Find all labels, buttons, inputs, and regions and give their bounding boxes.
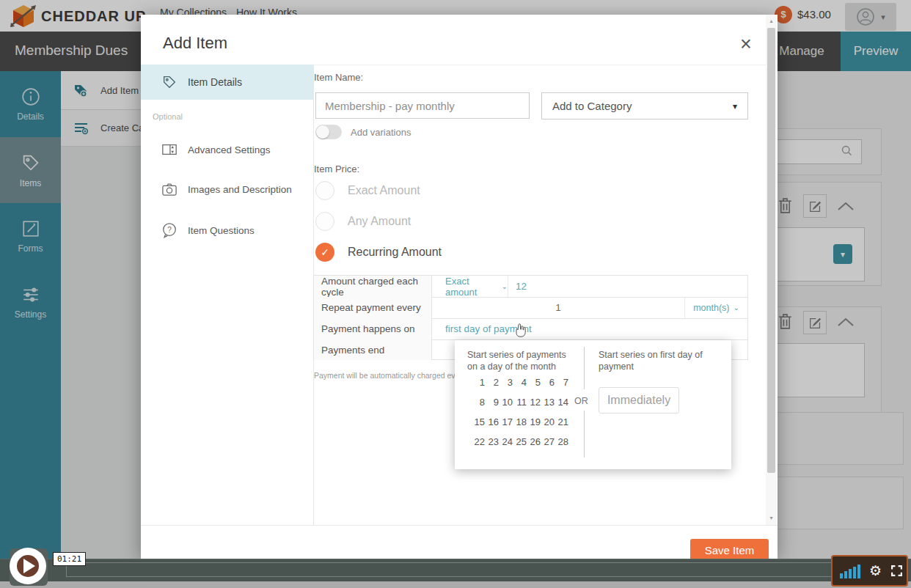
svg-text:?: ? (167, 226, 172, 234)
price-option-exact-amount[interactable]: Exact Amount (315, 180, 535, 201)
item-name-label: Item Name: (314, 72, 363, 83)
tab-advanced-settings[interactable]: Advanced Settings (141, 139, 313, 160)
price-option-label: Any Amount (348, 215, 411, 228)
table-row-repeat: Repeat payment every 1 month(s) ⌄ (314, 297, 747, 319)
question-bubble-icon: ? (161, 222, 178, 238)
immediately-button[interactable]: Immediately (599, 387, 679, 414)
day-14[interactable]: 14 (555, 395, 568, 415)
day-25[interactable]: 25 (513, 435, 527, 455)
add-variations-label: Add variations (351, 127, 411, 138)
amount-value-input[interactable]: 12 (508, 276, 747, 297)
time-tooltip: 01:21 (53, 552, 86, 566)
player-controls: ⚙ (831, 555, 908, 587)
close-icon[interactable]: × (733, 32, 758, 57)
price-option-label: Exact Amount (348, 184, 420, 197)
day-26[interactable]: 26 (527, 435, 541, 455)
day-27[interactable]: 27 (541, 435, 555, 455)
chevron-down-icon: ⌄ (502, 282, 508, 290)
day-28[interactable]: 28 (555, 435, 568, 455)
day-9[interactable]: 9 (485, 395, 499, 415)
tag-icon (161, 74, 178, 90)
price-option-recurring-amount[interactable]: ✓ Recurring Amount (315, 242, 535, 262)
day-7[interactable]: 7 (555, 375, 568, 395)
progress-bar[interactable] (66, 562, 833, 577)
payment-happens-link[interactable]: first day of payment (432, 318, 747, 339)
optional-section-label: Optional (153, 112, 183, 121)
row-label: Amount charged each cycle (314, 276, 432, 297)
add-variations-toggle[interactable] (315, 125, 342, 139)
day-23[interactable]: 23 (485, 435, 499, 455)
camera-icon (161, 182, 178, 196)
row-label: Payments end (314, 339, 432, 360)
scroll-up-icon[interactable]: ▴ (766, 16, 777, 26)
modal-scrollbar[interactable]: ▴ ▾ (766, 15, 777, 525)
table-row-amount: Amount charged each cycle Exact amount ⌄… (314, 276, 747, 298)
day-10[interactable]: 10 (499, 395, 513, 415)
amount-type-dropdown[interactable]: Exact amount ⌄ (432, 276, 508, 297)
repeat-interval-input[interactable]: 1 (432, 297, 684, 318)
caret-down-icon: ▾ (733, 101, 737, 111)
item-price-label: Item Price: (314, 163, 359, 174)
day-3[interactable]: 3 (499, 375, 513, 395)
payment-start-popup: Start series of payments on a day of the… (455, 340, 731, 469)
popup-divider (584, 411, 585, 457)
fullscreen-icon[interactable] (890, 565, 903, 577)
day-grid: 1234567891011121314151617181920212223242… (471, 375, 568, 455)
day-18[interactable]: 18 (513, 415, 527, 435)
add-item-modal: Add Item × Item Details Optional Advance… (141, 15, 778, 559)
day-11[interactable]: 11 (513, 395, 527, 415)
payment-note: Payment will be automatically charged ev… (314, 371, 462, 380)
unit-value: month(s) (693, 303, 729, 313)
radio-icon (315, 181, 334, 200)
popup-left-heading: Start series of payments on a day of the… (467, 349, 577, 373)
price-option-label: Recurring Amount (348, 246, 442, 259)
gear-icon[interactable]: ⚙ (869, 564, 882, 578)
tab-item-questions[interactable]: ? Item Questions (141, 220, 313, 240)
video-frame: CHEDDAR UP My Collections How It Works $… (0, 0, 911, 588)
day-20[interactable]: 20 (541, 415, 555, 435)
tab-item-details[interactable]: Item Details (141, 65, 313, 100)
day-16[interactable]: 16 (485, 415, 499, 435)
chevron-down-icon: ⌄ (733, 304, 739, 312)
scroll-down-icon[interactable]: ▾ (766, 513, 777, 523)
popup-right-heading: Start series on first day of payment (599, 349, 723, 373)
amount-value: 12 (516, 281, 527, 292)
tab-label: Item Questions (188, 225, 255, 236)
day-8[interactable]: 8 (471, 395, 485, 415)
day-1[interactable]: 1 (471, 375, 485, 395)
day-5[interactable]: 5 (527, 375, 541, 395)
day-17[interactable]: 17 (499, 415, 513, 435)
toggle-knob (316, 125, 329, 139)
category-value: Add to Category (552, 100, 632, 112)
price-option-any-amount[interactable]: Any Amount (315, 211, 535, 232)
dropdown-value: Exact amount (445, 276, 498, 298)
modal-footer-divider (141, 525, 778, 526)
day-21[interactable]: 21 (555, 415, 568, 435)
radio-checked-icon: ✓ (315, 243, 334, 262)
table-row-payment-happens: Payment happens on first day of payment (314, 318, 747, 340)
day-4[interactable]: 4 (513, 375, 527, 395)
popup-divider (584, 347, 585, 389)
tab-label: Advanced Settings (188, 144, 271, 155)
volume-icon[interactable] (840, 564, 860, 578)
day-19[interactable]: 19 (527, 415, 541, 435)
hand-cursor-icon (513, 323, 528, 339)
day-6[interactable]: 6 (541, 375, 555, 395)
item-name-value: Membership - pay monthly (325, 100, 455, 112)
day-24[interactable]: 24 (499, 435, 513, 455)
item-name-input[interactable]: Membership - pay monthly (315, 92, 530, 119)
day-22[interactable]: 22 (471, 435, 485, 455)
advanced-settings-icon (161, 142, 178, 157)
radio-icon (315, 212, 334, 231)
category-select[interactable]: Add to Category ▾ (541, 92, 748, 120)
day-12[interactable]: 12 (527, 395, 541, 415)
scrollbar-thumb[interactable] (767, 28, 775, 473)
day-2[interactable]: 2 (485, 375, 499, 395)
tab-images-description[interactable]: Images and Description (141, 179, 313, 199)
day-15[interactable]: 15 (471, 415, 485, 435)
day-13[interactable]: 13 (541, 395, 555, 415)
modal-title: Add Item (163, 34, 227, 53)
play-icon (23, 559, 35, 573)
repeat-unit-dropdown[interactable]: month(s) ⌄ (684, 297, 747, 318)
repeat-value: 1 (555, 302, 561, 313)
